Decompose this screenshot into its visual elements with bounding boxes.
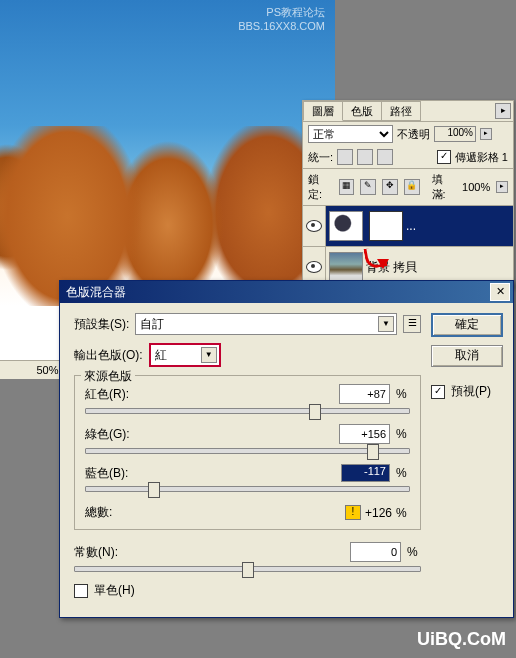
source-channels-group: 來源色版 紅色(R): % 綠色(G): % (74, 375, 421, 530)
green-slider[interactable] (85, 448, 410, 454)
layer-thumb[interactable] (329, 252, 363, 282)
monochrome-checkbox[interactable] (74, 584, 88, 598)
fill-label: 填滿: (432, 172, 457, 202)
lock-all-icon[interactable]: 🔒 (404, 179, 420, 195)
opacity-label: 不透明 (397, 127, 430, 142)
preset-label: 預設集(S): (74, 316, 129, 333)
dialog-title: 色版混合器 (63, 284, 490, 301)
panel-menu-icon[interactable]: ▸ (495, 103, 511, 119)
total-value: +126 (365, 506, 392, 520)
lock-label: 鎖定: (308, 172, 333, 202)
constant-label: 常數(N): (74, 544, 350, 561)
output-channel-label: 輸出色版(O): (74, 347, 143, 364)
red-slider[interactable] (85, 408, 410, 414)
layer-list: ... 背景 拷貝 (303, 206, 513, 288)
layer-row[interactable]: ... (303, 206, 513, 247)
lock-position-icon[interactable]: ✥ (382, 179, 398, 195)
visibility-eye-icon[interactable] (306, 220, 322, 232)
blue-slider[interactable] (85, 486, 410, 492)
unify-visibility-icon[interactable] (357, 149, 373, 165)
preset-select[interactable]: 自訂 (135, 313, 397, 335)
tab-paths[interactable]: 路徑 (381, 101, 421, 121)
watermark-bottom: UiBQ.CoM (417, 629, 506, 650)
adjustment-thumb-icon[interactable] (329, 211, 363, 241)
panel-tabs: 圖層 色版 路徑 ▸ (303, 101, 513, 122)
lock-paint-icon[interactable]: ✎ (360, 179, 376, 195)
ok-button[interactable]: 確定 (431, 313, 503, 337)
blend-mode-select[interactable]: 正常 (308, 125, 393, 143)
layer-name[interactable]: ... (406, 219, 416, 233)
layers-panel: 圖層 色版 路徑 ▸ 正常 不透明 100% ▸ 統一: ✓ 傳遞影格 1 鎖定… (302, 100, 514, 289)
lock-transparent-icon[interactable]: ▦ (339, 179, 355, 195)
preview-checkbox[interactable]: ✓ (431, 385, 445, 399)
red-label: 紅色(R): (85, 386, 339, 403)
tab-layers[interactable]: 圖層 (303, 101, 343, 121)
channel-mixer-dialog: 色版混合器 ✕ 預設集(S): 自訂 ☰ 輸出色版(O): 紅 來源色版 紅色(… (59, 280, 514, 618)
visibility-eye-icon[interactable] (306, 261, 322, 273)
close-icon[interactable]: ✕ (490, 283, 510, 301)
green-input[interactable] (339, 424, 390, 444)
dialog-titlebar[interactable]: 色版混合器 ✕ (60, 281, 513, 303)
total-label: 總數: (85, 504, 345, 521)
unify-style-icon[interactable] (377, 149, 393, 165)
layer-mask-thumb[interactable] (369, 211, 403, 241)
green-label: 綠色(G): (85, 426, 339, 443)
propagate-label: 傳遞影格 1 (455, 150, 508, 165)
unify-label: 統一: (308, 150, 333, 165)
preview-label: 預視(P) (451, 383, 491, 400)
preset-menu-icon[interactable]: ☰ (403, 315, 421, 333)
constant-slider[interactable] (74, 566, 421, 572)
opacity-input[interactable]: 100% (434, 126, 476, 142)
tab-channels[interactable]: 色版 (342, 101, 382, 121)
fill-input[interactable]: 100% (462, 181, 490, 193)
blue-input[interactable]: -117 (341, 464, 390, 482)
output-channel-select[interactable]: 紅 (149, 343, 221, 367)
red-input[interactable] (339, 384, 390, 404)
warning-icon: ! (345, 505, 361, 520)
layer-name[interactable]: 背景 拷貝 (366, 259, 417, 276)
opacity-arrow-icon[interactable]: ▸ (480, 128, 492, 140)
propagate-checkbox[interactable]: ✓ (437, 150, 451, 164)
source-legend: 來源色版 (81, 368, 135, 385)
constant-input[interactable] (350, 542, 401, 562)
unify-position-icon[interactable] (337, 149, 353, 165)
fill-arrow-icon[interactable]: ▸ (496, 181, 508, 193)
monochrome-label: 單色(H) (94, 582, 135, 599)
watermark-top: PS教程论坛BBS.16XX8.COM (238, 5, 325, 34)
blue-label: 藍色(B): (85, 465, 341, 482)
cancel-button[interactable]: 取消 (431, 345, 503, 367)
